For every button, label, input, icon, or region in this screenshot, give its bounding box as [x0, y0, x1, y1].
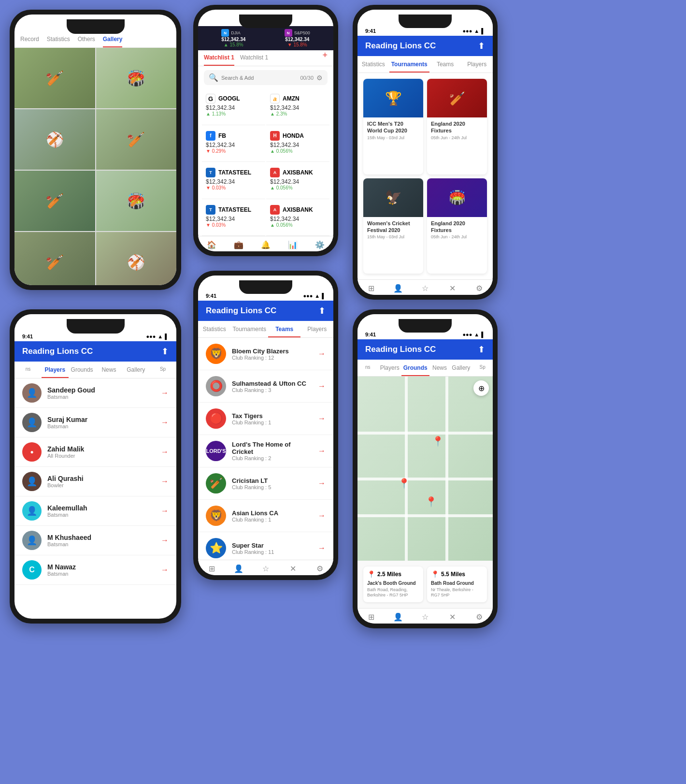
tournament-england1[interactable]: 🏏 England 2020 Fixtures 05th Jun - 24th …	[427, 79, 487, 174]
tournament-womens[interactable]: 🦅 Women's Cricket Festival 2020 15th May…	[363, 178, 423, 274]
tab-teams-t[interactable]: Teams	[429, 56, 461, 73]
share-button-tournaments[interactable]: ⬆	[478, 41, 485, 51]
stock-axisbank2[interactable]: A AXISBANK $12,342.34 ▲ 0.056%	[266, 200, 329, 236]
tab-sp[interactable]: Sp	[149, 362, 176, 378]
nav-gear-teams[interactable]: ⚙	[306, 564, 333, 573]
stock-amzn[interactable]: a AMZN $12,342.34 ▲ 2.3%	[266, 89, 329, 125]
share-button-grounds[interactable]: ⬆	[478, 344, 485, 355]
photo-1[interactable]: 🏏	[14, 48, 95, 108]
arrow-nawaz[interactable]: →	[161, 566, 169, 574]
tab-record[interactable]: Record	[20, 36, 39, 47]
add-watchlist-button[interactable]: +	[322, 50, 328, 66]
nav-person-t[interactable]: 👤	[385, 284, 412, 293]
photo-8[interactable]: ⚾	[96, 232, 177, 285]
tournament-england2[interactable]: 🏟️ England 2020 Fixtures 05th Jun - 24th…	[427, 178, 487, 274]
wl-tab-1[interactable]: Watchlist 1	[204, 50, 234, 66]
stock-googl[interactable]: G GOOGL $12,342.34 ▲ 1.13%	[202, 89, 265, 125]
arrow-cricistan[interactable]: →	[318, 479, 326, 488]
player-zahid[interactable]: ● Zahid Malik All Rounder →	[14, 437, 176, 467]
share-button-players[interactable]: ⬆	[161, 346, 169, 357]
arrow-ali[interactable]: →	[161, 477, 169, 486]
tab-tournaments-t[interactable]: Tournaments	[389, 56, 429, 73]
player-ali[interactable]: 👤 Ali Qurashi Bowler →	[14, 467, 176, 496]
team-asian[interactable]: 🦁 Asian Lions CA Club Ranking : 1 →	[198, 500, 333, 532]
photo-7[interactable]: 🏏	[14, 232, 95, 285]
nav-settings[interactable]: ⚙️	[306, 240, 333, 249]
share-button-teams[interactable]: ⬆	[318, 305, 326, 316]
arrow-sulham[interactable]: →	[318, 382, 326, 391]
arrow-khushaeed[interactable]: →	[161, 536, 169, 545]
tab-teams-teams[interactable]: Teams	[268, 321, 301, 337]
arrow-zahid[interactable]: →	[161, 448, 169, 456]
nav-table-teams[interactable]: ⊞	[198, 564, 225, 573]
locate-button[interactable]: ⊕	[473, 380, 489, 396]
player-suraj[interactable]: 👤 Suraj Kumar Batsman →	[14, 408, 176, 437]
photo-3[interactable]: ⚾	[14, 109, 95, 170]
tab-tournaments-teams[interactable]: Tournaments	[231, 321, 268, 337]
tab-statistics[interactable]: Statistics	[47, 36, 70, 47]
arrow-superstar[interactable]: →	[318, 544, 326, 552]
stock-axisbank1[interactable]: A AXISBANK $12,342.34 ▲ 0.056%	[266, 163, 329, 199]
ground-bath[interactable]: 📍 5.5 Miles Bath Road Ground Nr Theale, …	[427, 566, 487, 602]
nav-star-t[interactable]: ☆	[412, 284, 439, 293]
tab-players-g[interactable]: Players	[378, 360, 401, 376]
nav-portfolio[interactable]: 💼	[225, 240, 252, 249]
nav-star-teams[interactable]: ☆	[252, 564, 279, 573]
player-sandeep[interactable]: 👤 Sandeep Goud Batsman →	[14, 378, 176, 408]
nav-x-t[interactable]: ✕	[439, 284, 466, 293]
photo-5[interactable]: 🏏	[14, 171, 95, 231]
nav-chart[interactable]: 📊	[279, 240, 306, 249]
nav-gear-g[interactable]: ⚙	[466, 612, 493, 622]
player-nawaz[interactable]: C M Nawaz Batsman →	[14, 555, 176, 585]
tab-gallery-p[interactable]: Gallery	[122, 362, 149, 378]
tab-players-p[interactable]: Players	[42, 362, 69, 378]
nav-person-g[interactable]: 👤	[385, 612, 412, 622]
player-kaleemullah[interactable]: 👤 Kaleemullah Batsman →	[14, 496, 176, 526]
nav-home[interactable]: 🏠	[198, 240, 225, 249]
tab-grounds-g[interactable]: Grounds	[401, 360, 429, 376]
arrow-kaleemullah[interactable]: →	[161, 507, 169, 515]
tab-sp-g[interactable]: Sp	[472, 360, 493, 376]
search-input[interactable]	[221, 75, 297, 81]
team-superstar[interactable]: ⭐ Super Star Club Ranking : 11 →	[198, 532, 333, 560]
team-sulham[interactable]: ⭕ Sulhamstead & Ufton CC Club Ranking : …	[198, 370, 333, 403]
tab-players-teams[interactable]: Players	[300, 321, 333, 337]
tab-statistics-t[interactable]: Statistics	[357, 56, 389, 73]
nav-x-g[interactable]: ✕	[439, 612, 466, 622]
stock-honda[interactable]: H HONDA $12,342.34 ▲ 0.056%	[266, 126, 329, 162]
photo-4[interactable]: 🏏	[96, 109, 177, 170]
tab-news-g[interactable]: News	[429, 360, 450, 376]
tab-news-p[interactable]: News	[95, 362, 122, 378]
wl-tab-2[interactable]: Watchlist 1	[240, 50, 268, 66]
team-lords[interactable]: LORD'S Lord's The Home of Cricket Club R…	[198, 435, 333, 467]
tab-statistics-teams[interactable]: Statistics	[198, 321, 231, 337]
ground-jacks[interactable]: 📍 2.5 Miles Jack's Booth Ground Bath Roa…	[363, 566, 423, 602]
arrow-tax[interactable]: →	[318, 414, 326, 423]
nav-table-t[interactable]: ⊞	[357, 284, 385, 293]
team-cricistan[interactable]: 🏏 Cricistan LT Club Ranking : 5 →	[198, 467, 333, 500]
photo-2[interactable]: 🏟️	[96, 48, 177, 108]
nav-person-teams[interactable]: 👤	[225, 564, 252, 573]
tab-gallery-g[interactable]: Gallery	[450, 360, 472, 376]
stock-fb[interactable]: f FB $12,342.34 ▼ 0.29%	[202, 126, 265, 162]
team-tax[interactable]: 🔴 Tax Tigers Club Ranking : 1 →	[198, 403, 333, 435]
filter-icon[interactable]: ⚙	[316, 74, 323, 82]
stock-tatasteel2[interactable]: T TATASTEEL $12,342.34 ▼ 0.03%	[202, 200, 265, 236]
nav-table-g[interactable]: ⊞	[357, 612, 385, 622]
arrow-suraj[interactable]: →	[161, 418, 169, 427]
team-bloem[interactable]: 🦁 Bloem City Blazers Club Ranking : 12 →	[198, 338, 333, 370]
tab-gallery[interactable]: Gallery	[103, 36, 123, 47]
nav-x-teams[interactable]: ✕	[279, 564, 306, 573]
player-khushaeed[interactable]: 👤 M Khushaeed Batsman →	[14, 526, 176, 555]
tab-players-t[interactable]: Players	[461, 56, 493, 73]
stock-tatasteel1[interactable]: T TATASTEEL $12,342.34 ▼ 0.03%	[202, 163, 265, 199]
photo-6[interactable]: 🏟️	[96, 171, 177, 231]
arrow-bloem[interactable]: →	[318, 349, 326, 358]
tab-ns-g[interactable]: ns	[357, 360, 378, 376]
tab-others[interactable]: Others	[78, 36, 95, 47]
nav-alerts[interactable]: 🔔	[252, 240, 279, 249]
tab-ns[interactable]: ns	[14, 362, 42, 378]
arrow-sandeep[interactable]: →	[161, 389, 169, 397]
arrow-asian[interactable]: →	[318, 511, 326, 520]
arrow-lords[interactable]: →	[318, 447, 326, 455]
